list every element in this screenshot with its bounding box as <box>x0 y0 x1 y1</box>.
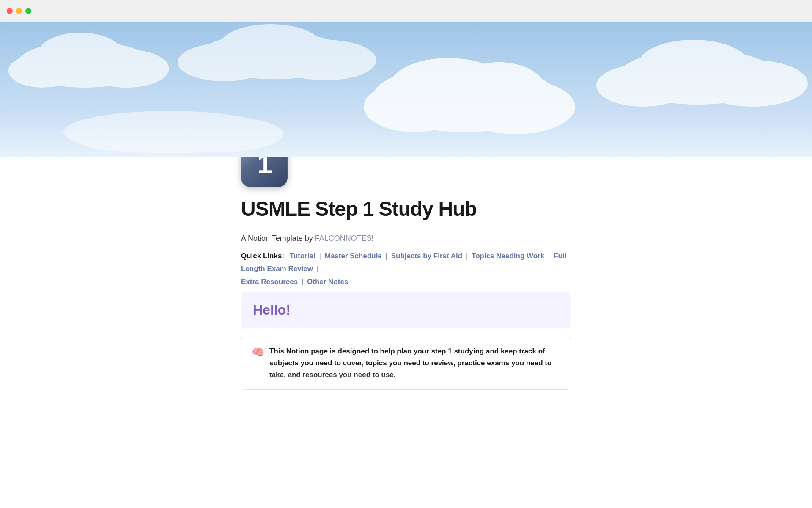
link-extra-resources[interactable]: Extra Resources <box>241 278 298 286</box>
quick-links-label: Quick Links: <box>241 252 284 260</box>
close-button[interactable] <box>7 8 13 14</box>
hello-section: Hello! <box>241 292 571 328</box>
subtitle-suffix: ! <box>372 234 374 243</box>
brand-link[interactable]: FALCONNOTES <box>315 234 372 243</box>
link-tutorial[interactable]: Tutorial <box>290 252 315 260</box>
subtitle-prefix: A Notion Template by <box>241 234 315 243</box>
separator-1: | <box>319 252 323 260</box>
title-bar <box>0 0 812 22</box>
separator-3: | <box>466 252 470 260</box>
page-container: 1 USMLE Step 1 Study Hub A Notion Templa… <box>0 22 812 390</box>
separator-2: | <box>386 252 390 260</box>
maximize-button[interactable] <box>25 8 31 14</box>
separator-6: | <box>302 278 305 286</box>
link-master-schedule[interactable]: Master Schedule <box>325 252 382 260</box>
hello-heading: Hello! <box>253 302 559 318</box>
separator-5: | <box>317 265 318 273</box>
link-subjects-by-first-aid[interactable]: Subjects by First Aid <box>391 252 462 260</box>
link-other-notes[interactable]: Other Notes <box>307 278 348 286</box>
svg-point-13 <box>220 24 321 66</box>
callout-box: 🧠 This Notion page is designed to help p… <box>241 337 571 390</box>
svg-point-9 <box>38 33 123 75</box>
minimize-button[interactable] <box>16 8 22 14</box>
callout-text: This Notion page is designed to help pla… <box>269 345 560 381</box>
hero-banner <box>0 22 812 157</box>
link-topics-needing-work[interactable]: Topics Needing Work <box>472 252 544 260</box>
subtitle: A Notion Template by FALCONNOTES! <box>241 232 571 245</box>
callout-icon: 🧠 <box>252 346 264 358</box>
svg-point-20 <box>156 116 283 152</box>
content-body: 1 USMLE Step 1 Study Hub A Notion Templa… <box>216 141 596 390</box>
separator-4: | <box>548 252 552 260</box>
page-title: USMLE Step 1 Study Hub <box>241 197 571 221</box>
quick-links: Quick Links: Tutorial | Master Schedule … <box>241 250 571 289</box>
svg-point-5 <box>453 62 546 117</box>
svg-point-17 <box>639 40 749 89</box>
